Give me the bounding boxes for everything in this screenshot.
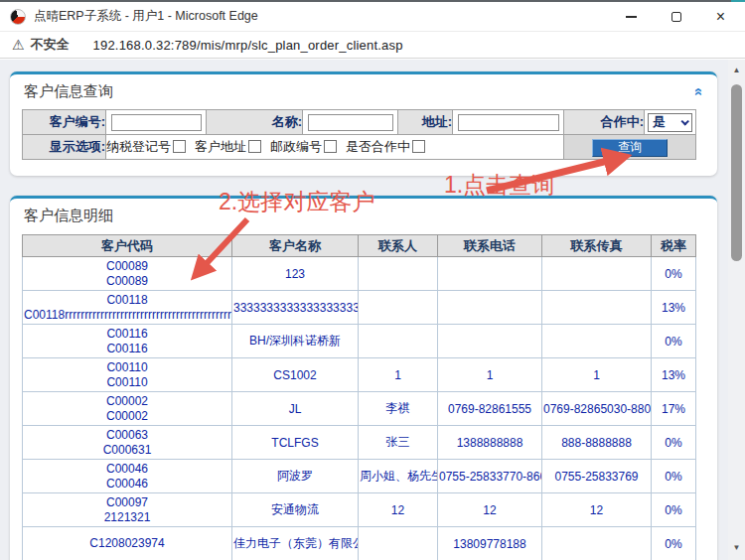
cell-phone[interactable] [438,291,542,325]
cell-tax-rate[interactable]: 0% [652,257,696,291]
cell-contact[interactable] [359,325,438,358]
cell-customer-name[interactable]: TCLFGS [232,426,359,460]
table-row[interactable]: C00046C00046阿波罗周小姐、杨先生0755-25833770-8600… [23,460,696,493]
cell-customer-name[interactable]: 安通物流 [232,493,359,527]
table-row[interactable]: C00116C00116BH/深圳科诺桥新0% [23,325,696,358]
cell-contact[interactable] [359,257,438,291]
cell-contact[interactable] [359,291,438,325]
display-option-label: 纳税登记号 [106,139,171,154]
query-panel: 客户信息查询 « 客户编号: 名称: 地址: 合作中: [10,71,717,176]
scrollbar[interactable]: ▲ ▼ [728,60,745,560]
cell-contact[interactable] [359,527,438,560]
scroll-down-icon[interactable]: ▼ [728,543,745,552]
cell-fax[interactable] [542,291,652,325]
cell-tax-rate[interactable]: 13% [652,358,696,392]
display-option-label: 是否合作中 [346,139,410,154]
cell-customer-code[interactable]: C00110C00110 [23,358,232,392]
cell-customer-code[interactable]: C00046C00046 [23,460,232,493]
cell-customer-code[interactable]: C00118C00118rrrrrrrrrrrrrrrrrrrrrrrrrrrr… [23,291,232,325]
cell-fax[interactable]: 0769-82865030-880 [542,392,652,426]
minimize-button[interactable] [609,2,654,31]
cell-phone[interactable]: 1 [438,358,542,392]
cell-fax[interactable] [542,527,652,560]
table-row[interactable]: C1208023974佳力电子（东莞）有限公司138097781880% [23,527,696,560]
cell-phone[interactable]: 0755-25833770-860 [438,460,542,493]
address-input[interactable] [458,114,559,131]
table-row[interactable]: C00118C00118rrrrrrrrrrrrrrrrrrrrrrrrrrrr… [23,291,696,325]
window-title: 点晴ERP子系统 - 用户1 - Microsoft Edge [34,8,258,25]
cell-customer-name[interactable]: 佳力电子（东莞）有限公司 [232,527,359,560]
cell-contact[interactable]: 1 [359,358,438,392]
header-contact: 联系人 [359,235,438,257]
cell-contact[interactable]: 张三 [359,426,438,460]
browser-window: 点晴ERP子系统 - 用户1 - Microsoft Edge × ⚠ 不安全 … [0,0,745,560]
cell-fax[interactable] [542,325,652,358]
customer-code-input[interactable] [111,114,202,131]
cell-tax-rate[interactable]: 0% [652,460,696,493]
cell-fax[interactable]: 888-8888888 [542,426,652,460]
cell-customer-name[interactable]: 3333333333333333333333 [232,291,359,325]
security-label[interactable]: 不安全 [31,36,70,54]
cell-phone[interactable]: 13809778188 [438,527,542,560]
cell-phone[interactable] [438,325,542,358]
table-row[interactable]: C00110C00110CS100211113% [23,358,696,392]
cell-phone[interactable]: 0769-82861555 [438,392,542,426]
cell-customer-code[interactable]: C1208023974 [23,527,232,560]
cell-customer-code[interactable]: C00089C00089 [23,257,232,291]
display-option-checkbox[interactable] [412,140,425,153]
cooperation-select[interactable]: 是 [648,113,692,132]
cell-customer-code[interactable]: C00002C00002 [23,392,232,426]
cell-tax-rate[interactable]: 0% [652,527,696,560]
address-bar: ⚠ 不安全 192.168.0.32:789/mis/mrp/slc_plan_… [0,31,745,59]
scroll-up-icon[interactable]: ▲ [728,66,745,74]
cell-contact[interactable]: 12 [359,493,438,527]
cell-contact[interactable]: 周小姐、杨先生 [359,460,438,493]
table-row[interactable]: C00063C000631TCLFGS张三1388888888888-88888… [23,426,696,460]
cell-customer-name[interactable]: CS1002 [232,358,359,392]
name-input[interactable] [308,114,393,131]
query-button[interactable]: 查询 [592,139,668,157]
cell-customer-name[interactable]: BH/深圳科诺桥新 [232,325,359,358]
display-options-label: 显示选项: [23,135,106,160]
cell-phone[interactable]: 12 [438,493,542,527]
cell-customer-code[interactable]: C000972121321 [23,493,232,527]
cell-customer-name[interactable]: 123 [232,257,359,291]
minimize-icon [626,16,637,18]
cell-phone[interactable] [438,257,542,291]
cell-customer-code[interactable]: C00063C000631 [23,426,232,460]
cell-customer-code[interactable]: C00116C00116 [23,325,232,358]
app-favicon-icon [10,9,26,25]
maximize-icon [671,12,681,22]
cell-tax-rate[interactable]: 0% [652,493,696,527]
display-option-checkbox[interactable] [324,140,337,153]
display-option-checkbox[interactable] [173,140,186,153]
table-row[interactable]: C000972121321安通物流1212120% [23,493,696,527]
header-tax-rate: 税率 [652,235,696,257]
detail-panel-header: 客户信息明细 [10,199,717,225]
display-option-checkbox[interactable] [248,140,261,153]
cell-tax-rate[interactable]: 0% [652,325,696,358]
cell-fax[interactable]: 12 [542,493,652,527]
table-row[interactable]: C00089C000891230% [23,257,696,291]
close-button[interactable]: × [698,2,743,31]
cell-tax-rate[interactable]: 0% [652,426,696,460]
page-content: 客户信息查询 « 客户编号: 名称: 地址: 合作中: [0,60,728,560]
url-text[interactable]: 192.168.0.32:789/mis/mrp/slc_plan_order_… [93,38,403,53]
collapse-panel-icon[interactable]: « [690,87,707,95]
cell-phone[interactable]: 1388888888 [438,426,542,460]
cell-customer-name[interactable]: JL [232,392,359,426]
cell-fax[interactable]: 0755-25833769 [542,460,652,493]
cell-contact[interactable]: 李祺 [359,392,438,426]
cell-tax-rate[interactable]: 13% [652,291,696,325]
query-button-cell: 查询 [564,135,696,160]
cell-fax[interactable] [542,257,652,291]
cell-customer-name[interactable]: 阿波罗 [232,460,359,493]
header-customer-code: 客户代码 [23,235,232,257]
customer-table: 客户代码 客户名称 联系人 联系电话 联系传真 税率 C00089C000891… [22,234,696,560]
table-row[interactable]: C00002C00002JL李祺0769-828615550769-828650… [23,392,696,426]
customer-table-body: C00089C000891230%C00118C00118rrrrrrrrrrr… [23,257,696,560]
cell-tax-rate[interactable]: 17% [652,392,696,426]
maximize-button[interactable] [654,2,698,31]
scrollbar-thumb[interactable] [731,84,742,261]
cell-fax[interactable]: 1 [542,358,652,392]
